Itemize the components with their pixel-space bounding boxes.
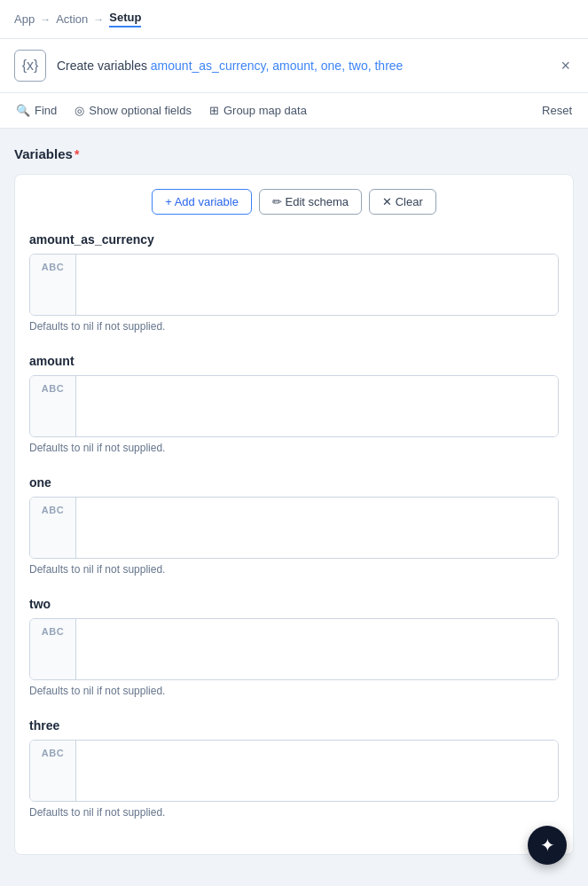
group-map-icon: ⊞ — [209, 104, 219, 117]
variable-hint-4: Defaults to nil if not supplied. — [29, 806, 559, 819]
variable-type-badge-3: ABC — [30, 619, 76, 679]
variable-type-badge-1: ABC — [30, 376, 76, 436]
clear-label: ✕ Clear — [382, 195, 423, 208]
breadcrumb-bar: App → Action → Setup — [0, 0, 588, 39]
variable-hint-0: Defaults to nil if not supplied. — [29, 320, 559, 333]
variable-type-badge-2: ABC — [30, 498, 76, 558]
breadcrumb-arrow-1: → — [40, 13, 51, 26]
variable-name-3: two — [29, 597, 559, 611]
variable-entry: one ABC Defaults to nil if not supplied. — [29, 475, 559, 576]
edit-schema-label: ✏ Edit schema — [272, 195, 349, 208]
variable-input-wrapper-0: ABC — [29, 254, 559, 316]
toolbar: 🔍 Find ◎ Show optional fields ⊞ Group ma… — [0, 93, 588, 129]
clear-button[interactable]: ✕ Clear — [369, 189, 436, 215]
variable-icon: {x} — [22, 58, 39, 74]
required-star: * — [74, 147, 79, 161]
group-map-label: Group map data — [223, 104, 307, 117]
variable-entry: amount_as_currency ABC Defaults to nil i… — [29, 232, 559, 333]
header-title: Create variables amount_as_currency, amo… — [57, 59, 403, 73]
variable-input-wrapper-1: ABC — [29, 375, 559, 437]
float-button-icon: ✦ — [540, 836, 555, 854]
find-icon: 🔍 — [16, 104, 30, 117]
breadcrumb-app[interactable]: App — [14, 12, 35, 26]
variable-name-1: amount — [29, 354, 559, 368]
toolbar-left: 🔍 Find ◎ Show optional fields ⊞ Group ma… — [14, 100, 309, 121]
variable-type-badge-0: ABC — [30, 255, 76, 315]
show-optional-icon: ◎ — [74, 104, 84, 117]
variable-entry: two ABC Defaults to nil if not supplied. — [29, 597, 559, 697]
header-left: {x} Create variables amount_as_currency,… — [14, 50, 403, 82]
variable-name-4: three — [29, 718, 559, 733]
variable-input-wrapper-2: ABC — [29, 497, 559, 559]
variable-input-wrapper-4: ABC — [29, 740, 559, 802]
variable-textarea-1[interactable] — [76, 376, 558, 436]
float-button[interactable]: ✦ — [528, 826, 567, 865]
variable-type-badge-4: ABC — [30, 741, 76, 801]
variable-entry: three ABC Defaults to nil if not supplie… — [29, 718, 559, 819]
section-title-text: Variables — [14, 146, 73, 161]
variable-textarea-3[interactable] — [76, 619, 558, 679]
variables-card: + Add variable ✏ Edit schema ✕ Clear amo… — [14, 174, 574, 855]
action-buttons-row: + Add variable ✏ Edit schema ✕ Clear — [29, 189, 559, 215]
header-title-prefix: Create variables — [57, 59, 147, 73]
variable-hint-1: Defaults to nil if not supplied. — [29, 442, 559, 454]
add-variable-button[interactable]: + Add variable — [152, 189, 252, 215]
variable-textarea-2[interactable] — [76, 498, 558, 558]
find-button[interactable]: 🔍 Find — [14, 100, 59, 121]
variable-textarea-0[interactable] — [76, 255, 558, 315]
breadcrumb-arrow-2: → — [93, 13, 104, 26]
header-title-vars: amount_as_currency, amount, one, two, th… — [151, 59, 404, 73]
group-map-button[interactable]: ⊞ Group map data — [208, 100, 309, 121]
variable-input-wrapper-3: ABC — [29, 618, 559, 680]
header-icon: {x} — [14, 50, 46, 82]
reset-button[interactable]: Reset — [540, 100, 574, 121]
variable-hint-3: Defaults to nil if not supplied. — [29, 685, 559, 697]
variable-entry: amount ABC Defaults to nil if not suppli… — [29, 354, 559, 454]
breadcrumb-action[interactable]: Action — [56, 12, 88, 26]
show-optional-fields-button[interactable]: ◎ Show optional fields — [73, 100, 193, 121]
variable-name-2: one — [29, 475, 559, 490]
close-button[interactable]: × — [557, 54, 574, 77]
find-label: Find — [35, 104, 57, 117]
variables-container: amount_as_currency ABC Defaults to nil i… — [29, 232, 559, 819]
variable-textarea-4[interactable] — [76, 741, 558, 801]
page-header: {x} Create variables amount_as_currency,… — [0, 39, 588, 93]
section-title: Variables * — [14, 146, 574, 161]
edit-schema-button[interactable]: ✏ Edit schema — [259, 189, 362, 215]
variable-name-0: amount_as_currency — [29, 232, 559, 247]
breadcrumb-setup[interactable]: Setup — [109, 11, 141, 27]
add-variable-label: + Add variable — [165, 195, 239, 208]
variable-hint-2: Defaults to nil if not supplied. — [29, 563, 559, 576]
show-optional-label: Show optional fields — [89, 104, 192, 117]
main-content: Variables * + Add variable ✏ Edit schema… — [0, 129, 588, 873]
